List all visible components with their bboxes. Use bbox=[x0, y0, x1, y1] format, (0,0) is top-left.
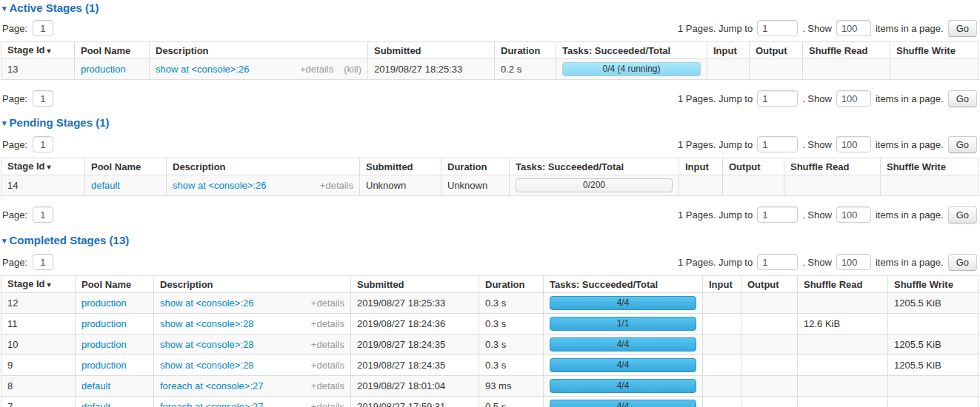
jump-to-input[interactable] bbox=[757, 136, 798, 152]
tasks-progress-bar: 0/4 (4 running) bbox=[562, 62, 701, 76]
go-button[interactable]: Go bbox=[948, 20, 977, 37]
input-cell bbox=[707, 59, 750, 80]
details-toggle[interactable]: +details bbox=[311, 381, 344, 391]
pages-count-text: 1 Pages. Jump to bbox=[678, 23, 753, 34]
pool-name-link[interactable]: production bbox=[81, 297, 127, 309]
column-header-output[interactable]: Output bbox=[750, 42, 803, 59]
column-header-pool-name[interactable]: Pool Name bbox=[85, 158, 167, 175]
show-items-input[interactable] bbox=[836, 254, 871, 270]
column-header-output[interactable]: Output bbox=[741, 276, 798, 293]
pool-name-link[interactable]: production bbox=[81, 339, 127, 350]
page-input[interactable] bbox=[33, 136, 53, 152]
column-header-label: Tasks: Succeeded/Total bbox=[550, 279, 658, 290]
table-header-row: Stage Id▾Pool NameDescriptionSubmittedDu… bbox=[1, 276, 979, 293]
column-header-description[interactable]: Description bbox=[167, 158, 360, 175]
pending-stages-header[interactable]: ▾Pending Stages (1) bbox=[0, 115, 980, 130]
description-link[interactable]: show at <console>:26 bbox=[160, 298, 253, 309]
column-header-stage-id[interactable]: Stage Id▾ bbox=[1, 158, 85, 175]
page-input[interactable] bbox=[33, 20, 53, 36]
column-header-shuffle-read[interactable]: Shuffle Read bbox=[798, 276, 888, 293]
details-toggle[interactable]: +details bbox=[311, 360, 344, 371]
pool-name-link[interactable]: default bbox=[81, 380, 110, 391]
show-items-input[interactable] bbox=[836, 206, 871, 223]
active-stages-header[interactable]: ▾Active Stages (1) bbox=[0, 0, 980, 15]
column-header-submitted[interactable]: Submitted bbox=[360, 158, 441, 175]
details-toggle[interactable]: +details bbox=[320, 181, 353, 191]
column-header-tasks-succeeded-total[interactable]: Tasks: Succeeded/Total bbox=[556, 42, 707, 59]
shuffle-write-cell bbox=[888, 314, 979, 334]
stage-id-cell: 14 bbox=[1, 175, 85, 196]
pool-name-link[interactable]: production bbox=[81, 318, 127, 329]
table-row: 14defaultshow at <console>:26+detailsUnk… bbox=[1, 175, 979, 196]
sort-arrow-icon: ▾ bbox=[47, 163, 51, 171]
column-header-duration[interactable]: Duration bbox=[479, 276, 544, 293]
column-header-shuffle-write[interactable]: Shuffle Write bbox=[890, 42, 979, 59]
description-inner: show at <console>:26+details bbox=[173, 181, 353, 191]
kill-link[interactable]: (kill) bbox=[344, 64, 361, 75]
column-header-shuffle-read[interactable]: Shuffle Read bbox=[803, 42, 890, 59]
description-link[interactable]: show at <console>:28 bbox=[160, 340, 253, 350]
column-header-label: Description bbox=[156, 45, 209, 56]
column-header-pool-name[interactable]: Pool Name bbox=[75, 42, 150, 59]
column-header-stage-id[interactable]: Stage Id▾ bbox=[1, 276, 76, 293]
jump-to-input[interactable] bbox=[757, 90, 798, 107]
column-header-tasks-succeeded-total[interactable]: Tasks: Succeeded/Total bbox=[510, 158, 679, 175]
column-header-submitted[interactable]: Submitted bbox=[351, 276, 479, 293]
details-toggle[interactable]: +details bbox=[311, 402, 344, 407]
pool-name-link[interactable]: production bbox=[81, 64, 126, 75]
column-header-description[interactable]: Description bbox=[154, 276, 351, 293]
jump-to-input[interactable] bbox=[757, 20, 798, 36]
pool-name-link[interactable]: production bbox=[81, 360, 127, 371]
description-link[interactable]: show at <console>:28 bbox=[160, 360, 253, 371]
page-input[interactable] bbox=[33, 206, 53, 223]
jump-to-input[interactable] bbox=[757, 206, 798, 223]
column-header-input[interactable]: Input bbox=[707, 42, 750, 59]
go-button[interactable]: Go bbox=[948, 206, 977, 223]
column-header-duration[interactable]: Duration bbox=[441, 158, 510, 175]
column-header-tasks-succeeded-total[interactable]: Tasks: Succeeded/Total bbox=[544, 276, 703, 293]
column-header-output[interactable]: Output bbox=[723, 158, 784, 175]
go-button[interactable]: Go bbox=[948, 90, 977, 107]
column-header-label: Stage Id bbox=[7, 161, 45, 172]
column-header-pool-name[interactable]: Pool Name bbox=[76, 276, 154, 293]
stage-id-cell: 11 bbox=[1, 314, 76, 334]
column-header-description[interactable]: Description bbox=[150, 42, 368, 59]
input-cell bbox=[703, 293, 741, 314]
details-toggle[interactable]: +details bbox=[311, 340, 344, 350]
description-link[interactable]: foreach at <console>:27 bbox=[160, 402, 264, 407]
shuffle-write-cell bbox=[890, 59, 979, 80]
description-inner: foreach at <console>:27+details bbox=[160, 381, 344, 391]
pool-name-link[interactable]: default bbox=[81, 401, 110, 407]
column-header-shuffle-write[interactable]: Shuffle Write bbox=[881, 158, 979, 175]
column-header-stage-id[interactable]: Stage Id▾ bbox=[1, 42, 75, 59]
go-button[interactable]: Go bbox=[948, 136, 977, 153]
page-input[interactable] bbox=[33, 90, 53, 107]
details-toggle[interactable]: +details bbox=[300, 64, 333, 75]
show-items-input[interactable] bbox=[836, 20, 871, 36]
description-link[interactable]: foreach at <console>:27 bbox=[160, 381, 264, 391]
description-link[interactable]: show at <console>:26 bbox=[173, 181, 266, 191]
section-title-text: Pending Stages (1) bbox=[10, 116, 110, 129]
description-cell: show at <console>:26+details(kill) bbox=[150, 59, 368, 80]
details-toggle[interactable]: +details bbox=[311, 319, 344, 329]
column-header-shuffle-write[interactable]: Shuffle Write bbox=[888, 276, 979, 293]
completed-stages-header[interactable]: ▾Completed Stages (13) bbox=[0, 232, 980, 247]
shuffle-read-cell bbox=[798, 293, 888, 314]
show-items-input[interactable] bbox=[836, 136, 871, 152]
go-button[interactable]: Go bbox=[948, 254, 977, 271]
shuffle-read-cell bbox=[803, 59, 890, 80]
column-header-submitted[interactable]: Submitted bbox=[368, 42, 495, 59]
jump-to-input[interactable] bbox=[757, 254, 798, 270]
sort-arrow-icon: ▾ bbox=[47, 47, 51, 55]
description-link[interactable]: show at <console>:26 bbox=[156, 64, 249, 75]
column-header-shuffle-read[interactable]: Shuffle Read bbox=[784, 158, 881, 175]
pool-name-link[interactable]: default bbox=[91, 180, 120, 191]
details-toggle[interactable]: +details bbox=[311, 298, 344, 309]
column-header-input[interactable]: Input bbox=[679, 158, 723, 175]
column-header-duration[interactable]: Duration bbox=[495, 42, 556, 59]
page-input[interactable] bbox=[33, 254, 53, 270]
column-header-label: Submitted bbox=[366, 161, 413, 172]
show-items-input[interactable] bbox=[836, 90, 871, 107]
description-link[interactable]: show at <console>:28 bbox=[160, 319, 253, 329]
column-header-input[interactable]: Input bbox=[703, 276, 741, 293]
